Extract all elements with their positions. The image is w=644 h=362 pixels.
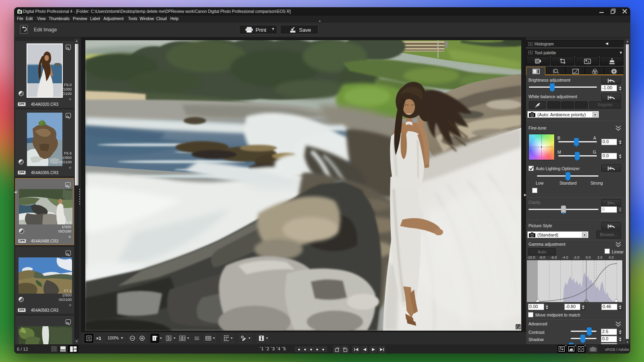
svg-text:1: 1 bbox=[169, 336, 171, 340]
svg-text:1: 1 bbox=[180, 336, 182, 340]
svg-text:1: 1 bbox=[153, 336, 155, 340]
svg-text:2: 2 bbox=[183, 336, 185, 340]
svg-text:0: 0 bbox=[242, 336, 243, 339]
